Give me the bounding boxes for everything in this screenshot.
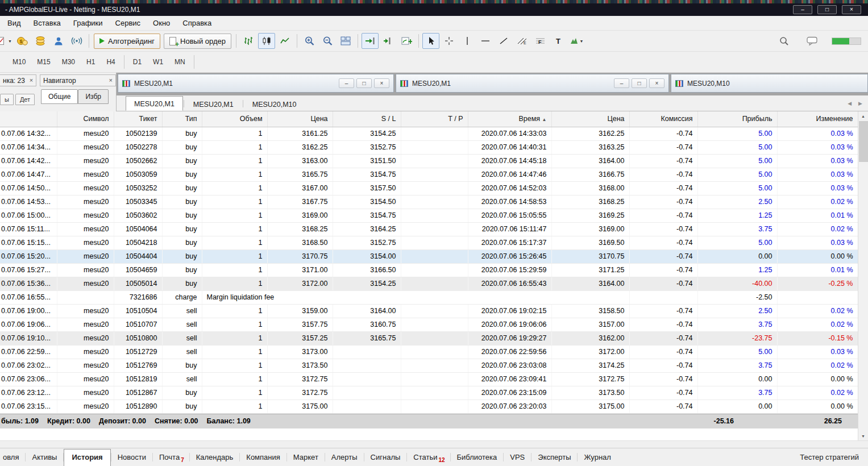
history-column-header[interactable]: Объем <box>202 111 267 127</box>
history-row[interactable]: 0.07.06 19:06...mesu2010510707sell13157.… <box>0 318 858 331</box>
history-row[interactable]: 0.07.06 14:47...mesu2010503059buy13165.7… <box>0 168 858 181</box>
market-watch-header[interactable]: нка: 23 × <box>0 74 36 86</box>
scrollbar-thumb[interactable] <box>859 121 868 162</box>
history-column-header[interactable]: Цена <box>551 111 629 127</box>
tab-scroll-left-icon[interactable]: ◀ <box>848 101 852 106</box>
minimize-button[interactable]: – <box>614 78 629 88</box>
timeframe-button[interactable]: MN <box>169 55 191 69</box>
bottom-tab[interactable]: VPS <box>504 449 531 465</box>
bottom-tab[interactable]: Статьи12 <box>407 449 450 465</box>
history-row[interactable]: 0.07.06 16:55...7321686chargeMargin liqu… <box>0 290 858 304</box>
history-row[interactable]: 0.07.06 19:00...mesu2010510504sell13159.… <box>0 304 858 318</box>
candles-chart-button[interactable] <box>258 33 275 49</box>
close-button[interactable]: × <box>649 78 665 88</box>
fibonacci-button[interactable]: F <box>531 33 549 49</box>
strategy-tester-toggle[interactable]: Тестер стратегий <box>800 453 868 461</box>
bottom-tab[interactable]: Журнал <box>578 449 617 465</box>
timeframe-button[interactable]: M10 <box>7 55 31 69</box>
menu-item[interactable]: Окно <box>147 16 176 30</box>
bottom-tab[interactable]: Активы <box>26 449 63 465</box>
panel-tab[interactable]: ы <box>0 94 14 105</box>
navigator-tab-common[interactable]: Общие <box>41 89 78 104</box>
search-button[interactable] <box>775 33 792 49</box>
bottom-tab[interactable]: овля <box>0 449 25 465</box>
chart-window-titlebar[interactable]: MESU20,M1–□× <box>396 74 669 93</box>
timeframe-button[interactable]: M30 <box>56 55 81 69</box>
history-row[interactable]: 0.07.06 14:42...mesu2010502662buy13163.0… <box>0 154 858 168</box>
menu-item[interactable]: Вставка <box>27 16 67 30</box>
new-chart-button[interactable]: ▼ <box>0 33 13 49</box>
history-row[interactable]: 0.07.06 14:32...mesu2010502139buy13161.2… <box>0 127 858 140</box>
history-column-header[interactable]: T / P <box>401 111 468 127</box>
chat-button[interactable] <box>804 33 821 49</box>
timeframe-button[interactable]: M15 <box>31 55 56 69</box>
horizontal-line-button[interactable] <box>477 33 494 49</box>
trendline-button[interactable] <box>495 33 512 49</box>
bottom-tab[interactable]: Сигналы <box>364 449 407 465</box>
community-button[interactable] <box>50 33 67 49</box>
quotes-button[interactable]: $ <box>14 33 31 49</box>
cursor-button[interactable] <box>422 33 439 49</box>
timeframe-button[interactable]: D1 <box>127 55 147 69</box>
history-row[interactable]: 0.07.06 22:59...mesu2010512729sell13173.… <box>0 345 858 359</box>
timeframe-button[interactable]: H1 <box>81 55 101 69</box>
history-column-header[interactable]: S / L <box>333 111 401 127</box>
restore-button[interactable]: □ <box>817 5 837 14</box>
history-row[interactable]: 0.07.06 23:02...mesu2010512769buy13173.5… <box>0 359 858 372</box>
restore-button[interactable]: □ <box>632 78 647 88</box>
menu-item[interactable]: Графики <box>67 16 109 30</box>
bottom-tab[interactable]: Почта7 <box>153 449 189 465</box>
navigator-header[interactable]: Навигатор × <box>40 74 116 86</box>
tab-scroll-right-icon[interactable]: ▶ <box>858 101 862 106</box>
chart-tab[interactable]: MESU20,M1 <box>185 98 242 111</box>
bars-chart-button[interactable] <box>240 33 257 49</box>
history-row[interactable]: 0.07.06 15:11...mesu2010504064buy13168.2… <box>0 222 858 236</box>
chart-window-titlebar[interactable]: MESU20,M1–□× <box>118 74 394 93</box>
algotrading-button[interactable]: Алготрейдинг <box>94 34 160 49</box>
timeframe-button[interactable]: W1 <box>147 55 169 69</box>
objects-button[interactable]: ▼ <box>568 33 585 49</box>
scroll-up-button[interactable]: ▲ <box>858 111 868 120</box>
history-column-header[interactable] <box>0 111 57 127</box>
zoom-out-button[interactable] <box>319 33 336 49</box>
bottom-tab[interactable]: Библиотека <box>451 449 504 465</box>
minimize-button[interactable]: – <box>793 5 812 14</box>
close-icon[interactable]: × <box>105 77 113 84</box>
menu-item[interactable]: Вид <box>1 16 27 30</box>
close-button[interactable]: × <box>374 78 389 88</box>
new-order-button[interactable]: + Новый ордер <box>164 34 231 49</box>
history-row[interactable]: 0.07.06 23:12...mesu2010512867buy13172.7… <box>0 386 858 400</box>
crosshair-button[interactable] <box>441 33 458 49</box>
minimize-button[interactable]: – <box>339 78 354 88</box>
restore-button[interactable]: □ <box>356 78 372 88</box>
scroll-down-button[interactable]: ▼ <box>858 431 868 440</box>
broadcast-button[interactable] <box>68 33 85 49</box>
history-column-header[interactable]: Время ▲ <box>468 111 551 127</box>
bottom-tab[interactable]: Новости <box>111 449 152 465</box>
history-row[interactable]: 0.07.06 15:36...mesu2010505014buy13172.0… <box>0 277 858 290</box>
bottom-tab[interactable]: Эксперты <box>531 449 577 465</box>
channel-button[interactable]: E <box>513 33 530 49</box>
history-column-header[interactable]: Символ <box>57 111 114 127</box>
history-column-header[interactable]: Тип <box>162 111 202 127</box>
history-column-header[interactable]: Прибыль <box>697 111 777 127</box>
history-row[interactable]: 0.07.06 23:15...mesu2010512890buy13175.0… <box>0 400 858 413</box>
bottom-tab[interactable]: Алерты <box>325 449 364 465</box>
chart-window-titlebar[interactable]: MESU20,M10 <box>671 74 868 93</box>
panel-tab[interactable]: Дет <box>15 94 35 105</box>
history-row[interactable]: 0.07.06 14:53...mesu2010503345buy13167.7… <box>0 195 858 209</box>
history-row[interactable]: 0.07.06 15:20...mesu2010504404buy13170.7… <box>0 249 858 263</box>
autoscroll-button[interactable] <box>362 33 379 49</box>
tile-windows-button[interactable] <box>337 33 354 49</box>
text-button[interactable]: T <box>550 33 567 49</box>
history-column-header[interactable]: Изменение <box>777 111 858 127</box>
history-column-header[interactable]: Тикет <box>114 111 162 127</box>
bottom-tab[interactable]: Компания <box>240 449 286 465</box>
vertical-scrollbar[interactable]: ▲ ▼ <box>858 111 868 440</box>
history-row[interactable]: 0.07.06 15:27...mesu2010504659buy13171.0… <box>0 263 858 277</box>
chart-tab[interactable]: MESU20,M10 <box>244 98 305 111</box>
line-chart-button[interactable] <box>276 33 293 49</box>
menu-item[interactable]: Справка <box>176 16 218 30</box>
history-row[interactable]: 0.07.06 15:15...mesu2010504218buy13168.5… <box>0 236 858 249</box>
timeframe-button[interactable]: H4 <box>101 55 121 69</box>
